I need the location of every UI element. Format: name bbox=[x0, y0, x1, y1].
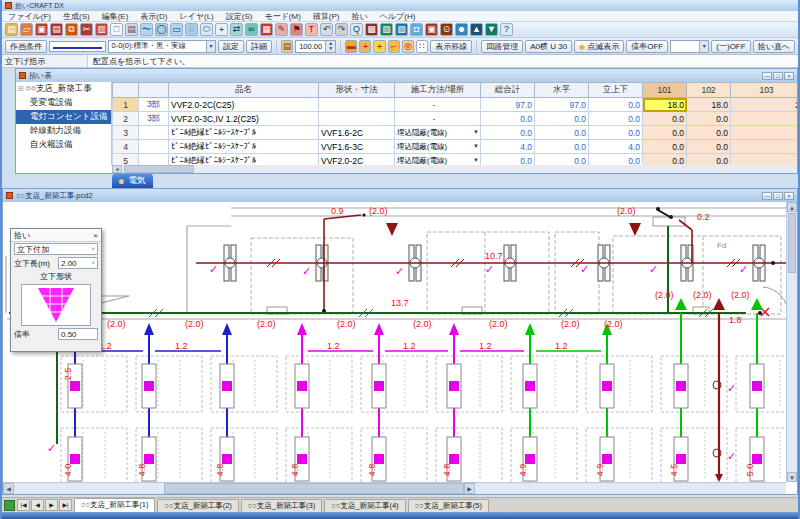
chevron-down-icon[interactable]: ▼ bbox=[473, 143, 479, 149]
mark-cell[interactable]: 3部 bbox=[139, 112, 169, 126]
method-cell[interactable]: - bbox=[395, 98, 481, 112]
shape-cell[interactable]: VVF1.6-3C bbox=[319, 140, 395, 154]
total-cell[interactable]: 0.0 bbox=[481, 126, 535, 140]
menu-item[interactable]: 設定(S) bbox=[220, 11, 259, 22]
total-cell[interactable]: 0.0 bbox=[481, 154, 535, 166]
scroll-down-icon[interactable]: ▼ bbox=[787, 472, 797, 482]
column-header[interactable]: 水平 bbox=[535, 83, 589, 98]
document-tab[interactable]: ○○支店_新築工事(3) bbox=[241, 499, 322, 512]
menu-item[interactable]: 編集(E) bbox=[96, 11, 135, 22]
document-tab[interactable]: ○○支店_新築工事(2) bbox=[157, 499, 238, 512]
row-number-cell[interactable]: 1 bbox=[113, 98, 139, 112]
menu-item[interactable]: 拾い bbox=[345, 11, 373, 22]
room-102-cell[interactable]: 0.0 bbox=[687, 126, 731, 140]
menu-item[interactable]: レイヤ(L) bbox=[173, 11, 219, 22]
item-name-cell[interactable]: VVF2.0-3C,IV 1.2(C25) bbox=[169, 112, 319, 126]
room-102-cell[interactable]: 0.0 bbox=[687, 140, 731, 154]
target-snap-icon[interactable]: ◎ bbox=[402, 40, 414, 53]
menu-item[interactable]: 表示(D) bbox=[134, 11, 173, 22]
redo-icon[interactable]: ↷ bbox=[335, 23, 348, 36]
close-icon[interactable]: × bbox=[784, 192, 794, 200]
snap-cross-icon[interactable]: ＋ bbox=[359, 40, 371, 53]
cut-icon[interactable]: ✂ bbox=[80, 23, 93, 36]
total-cell[interactable]: 4.0 bbox=[481, 140, 535, 154]
room-102-cell[interactable]: 18.0 bbox=[687, 98, 731, 112]
repickup-button[interactable]: 拾い直へ bbox=[753, 40, 795, 53]
item-name-cell[interactable]: ﾋﾞﾆﾙ絶縁ﾋﾞﾆﾙｼｰｽｹｰﾌﾞﾙ bbox=[169, 140, 319, 154]
blank-doc-icon[interactable]: □ bbox=[110, 23, 123, 36]
tab-nav-icon[interactable]: ▶ bbox=[45, 499, 58, 511]
vertical-cell[interactable]: 0.0 bbox=[589, 126, 643, 140]
layer-combo[interactable]: ▾ bbox=[670, 40, 709, 53]
tree-item[interactable]: 電灯コンセント設備 bbox=[16, 110, 111, 124]
item-name-cell[interactable]: ﾋﾞﾆﾙ絶縁ﾋﾞﾆﾙｼｰｽｹｰﾌﾞﾙ bbox=[169, 126, 319, 140]
grid-icon[interactable]: ▦ bbox=[260, 23, 273, 36]
column-header[interactable] bbox=[139, 83, 169, 98]
horizontal-cell[interactable]: 0.0 bbox=[535, 112, 589, 126]
column-header[interactable]: 101 bbox=[643, 83, 687, 98]
chevron-down-icon[interactable]: ▼ bbox=[473, 129, 479, 135]
database-icon[interactable]: ▣ bbox=[425, 23, 438, 36]
palette-icon[interactable]: ▨ bbox=[380, 23, 393, 36]
zoom-spinner[interactable]: 100.00▲▼ bbox=[295, 40, 336, 53]
method-cell[interactable]: 埋込隠蔽(電線)▼ bbox=[395, 140, 481, 154]
drawing-canvas[interactable]: 2.54.04.84.84.84.84.84.94.94.55.0✓✓0.9(2… bbox=[3, 202, 786, 482]
open-folder-icon[interactable]: ▱ bbox=[20, 23, 33, 36]
new-doc-icon[interactable]: ▤ bbox=[5, 23, 18, 36]
search-icon[interactable]: Q bbox=[350, 23, 363, 36]
draw-condition-button[interactable]: 作画条件 bbox=[5, 40, 47, 53]
drawing-window-titlebar[interactable]: ○○支店_新築工事.pcd2 —□× bbox=[3, 189, 797, 202]
link-tool-icon[interactable]: ∞ bbox=[245, 23, 258, 36]
horizontal-cell[interactable]: 0.0 bbox=[535, 126, 589, 140]
column-header[interactable]: 総合計 bbox=[481, 83, 535, 98]
horizontal-cell[interactable]: 0.0 bbox=[535, 154, 589, 166]
room-103-cell[interactable] bbox=[731, 112, 798, 126]
menu-item[interactable]: 積算(P) bbox=[307, 11, 346, 22]
tab-nav-icon[interactable]: ◀ bbox=[31, 499, 44, 511]
paper-scale-button[interactable]: A0横 U 30 bbox=[525, 40, 572, 53]
spray-tool-icon[interactable]: ◌ bbox=[185, 23, 198, 36]
pickup-window-titlebar[interactable]: 拾い表 —□× bbox=[16, 69, 797, 82]
tab-nav-icon[interactable]: |◀ bbox=[17, 499, 30, 511]
blink-display-button[interactable]: ◉点滅表示 bbox=[574, 40, 624, 53]
room-103-cell[interactable] bbox=[731, 126, 798, 140]
save-icon[interactable]: ▣ bbox=[35, 23, 48, 36]
row-number-cell[interactable]: 3 bbox=[113, 126, 139, 140]
maximize-icon[interactable]: □ bbox=[773, 72, 783, 80]
flag-icon[interactable]: ⚑ bbox=[290, 23, 303, 36]
menu-item[interactable]: 生成(S) bbox=[57, 11, 96, 22]
minimize-icon[interactable]: — bbox=[762, 72, 772, 80]
settings-button[interactable]: 設定 bbox=[218, 40, 244, 53]
menu-item[interactable]: ヘルプ(H) bbox=[374, 11, 422, 22]
mirror-tool-icon[interactable]: ⇄ bbox=[230, 23, 243, 36]
power-icon[interactable]: ⊙ bbox=[440, 23, 453, 36]
room-101-cell[interactable]: 0.0 bbox=[643, 126, 687, 140]
column-header[interactable]: 103 bbox=[731, 83, 798, 98]
mark-cell[interactable] bbox=[139, 154, 169, 166]
vscroll-thumb[interactable] bbox=[788, 213, 796, 273]
minimize-icon[interactable]: — bbox=[762, 192, 772, 200]
shape-cell[interactable] bbox=[319, 98, 395, 112]
undo-icon[interactable]: ↶ bbox=[320, 23, 333, 36]
printer-icon[interactable]: ▤ bbox=[125, 23, 138, 36]
page-setup-icon[interactable]: ▤ bbox=[281, 40, 293, 53]
row-number-cell[interactable]: 4 bbox=[113, 140, 139, 154]
cross-tool-icon[interactable]: ＋ bbox=[215, 23, 228, 36]
mode-dropdown[interactable]: 立下付加 ˅ bbox=[14, 243, 98, 255]
column-header[interactable]: 立上下 bbox=[589, 83, 643, 98]
column-header[interactable]: 102 bbox=[687, 83, 731, 98]
method-cell[interactable]: 埋込隠蔽(電線)▼ bbox=[395, 154, 481, 166]
scroll-up-icon[interactable]: ▲ bbox=[787, 202, 797, 212]
rect-tool-icon[interactable]: ▭ bbox=[170, 23, 183, 36]
room-103-cell[interactable]: 2 bbox=[731, 98, 798, 112]
room-102-cell[interactable]: 0.0 bbox=[687, 112, 731, 126]
room-103-cell[interactable] bbox=[731, 154, 798, 166]
tab-nav-icon[interactable]: ▶| bbox=[59, 499, 72, 511]
print-icon[interactable]: ▤ bbox=[50, 23, 63, 36]
corner-snap-icon[interactable]: ⌐ bbox=[388, 40, 400, 53]
circuit-manage-button[interactable]: 回路管理 bbox=[481, 40, 523, 53]
mark-cell[interactable]: 3部 bbox=[139, 98, 169, 112]
room-101-cell[interactable]: 0.0 bbox=[643, 140, 687, 154]
display-grid-button[interactable]: 表示罫線 bbox=[430, 40, 472, 53]
scroll-thumb[interactable] bbox=[124, 165, 194, 173]
